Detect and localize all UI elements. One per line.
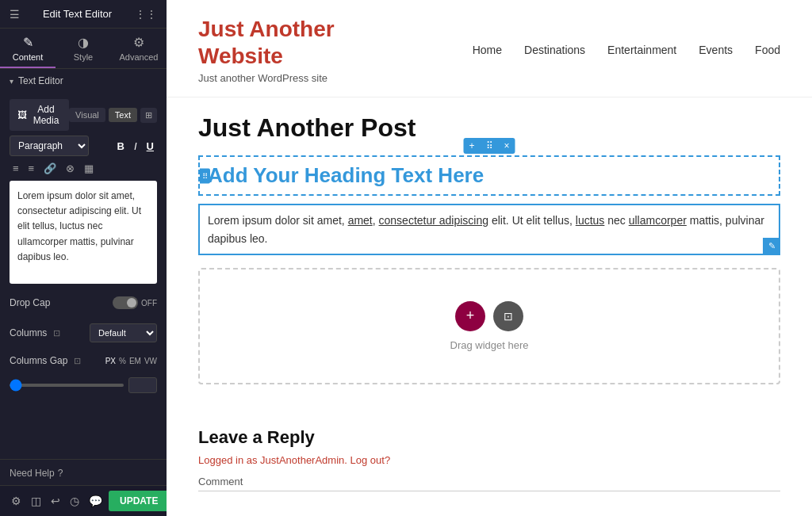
editor-toolbar: 🖼 Add Media Visual Text ⊞ Paragraph B I …: [0, 93, 167, 459]
add-widget-folder-button[interactable]: ⊡: [493, 301, 523, 331]
history-icon[interactable]: ◷: [67, 493, 82, 509]
gap-slider-row: [10, 374, 157, 396]
visual-button[interactable]: Visual: [69, 108, 105, 122]
text-consectetur: consectetur adipiscing: [379, 214, 489, 227]
italic-button[interactable]: I: [131, 139, 140, 154]
add-media-row: 🖼 Add Media Visual Text ⊞: [10, 99, 157, 131]
link-button[interactable]: 🔗: [40, 161, 59, 176]
columns-gap-label: Columns Gap ⊡: [10, 355, 81, 366]
text-luctus: luctus: [576, 214, 605, 227]
bold-button[interactable]: B: [114, 139, 128, 154]
drop-cap-label: Drop Cap: [10, 297, 50, 308]
toggle-knob: [127, 298, 136, 308]
columns-row: Columns ⊡ Default: [10, 319, 157, 347]
site-brand: Just AnotherWebsite Just another WordPre…: [198, 16, 335, 84]
add-media-label: Add Media: [31, 104, 61, 126]
leave-reply-section: Leave a Reply Logged in as JustAnotherAd…: [167, 419, 812, 507]
need-help-label: Need Help: [10, 468, 55, 479]
site-header: Just AnotherWebsite Just another WordPre…: [167, 0, 812, 97]
nav-link-events[interactable]: Events: [699, 44, 733, 56]
nav-link-food[interactable]: Food: [755, 44, 780, 56]
brand-name: Just AnotherWebsite: [198, 16, 335, 69]
text-amet: amet: [348, 214, 373, 227]
heading-widget[interactable]: ⠿ Add Your Heading Text Here: [198, 155, 780, 196]
content-tab-label: Content: [13, 52, 44, 62]
advanced-tab-icon: ⚙: [133, 35, 144, 50]
comment-label: Comment: [198, 476, 780, 487]
tab-advanced[interactable]: ⚙ Advanced: [111, 29, 167, 68]
logged-in-text: Logged in as JustAnotherAdmin. Log out?: [198, 454, 780, 466]
format-row2: ≡ ≡ 🔗 ⊗ ▦: [10, 161, 157, 176]
advanced-tab-label: Advanced: [120, 52, 159, 62]
need-help-row[interactable]: Need Help ?: [0, 459, 167, 485]
text-ullamcorper: ullamcorper: [629, 214, 687, 227]
columns-select[interactable]: Default: [90, 323, 157, 342]
drag-widget-label: Drag widget here: [450, 339, 529, 351]
list-ol-button[interactable]: ≡: [25, 161, 38, 176]
bottom-bar: ⚙ ◫ ↩ ◷ 💬 UPDATE ▲: [0, 485, 167, 516]
gap-input[interactable]: [128, 377, 157, 393]
widget-move-button[interactable]: ⠿: [481, 138, 499, 154]
comment-line: [198, 491, 780, 491]
underline-button[interactable]: U: [144, 139, 157, 154]
gap-unit-percent[interactable]: %: [119, 357, 126, 365]
nav-link-home[interactable]: Home: [473, 44, 502, 56]
hamburger-icon[interactable]: ☰: [10, 8, 20, 21]
help-icon: ?: [58, 468, 63, 479]
text-content-area[interactable]: Lorem ipsum dolor sit amet, consectetur …: [10, 181, 157, 284]
columns-gap-row: Columns Gap ⊡ PX % EM VW: [10, 352, 157, 369]
empty-widget-area: + ⊡ Drag widget here: [198, 268, 780, 384]
content-tab-icon: ✎: [23, 35, 33, 50]
toggle-track[interactable]: [113, 296, 138, 309]
unlink-button[interactable]: ⊗: [63, 161, 78, 176]
grid-icon[interactable]: ⋮⋮: [135, 8, 157, 21]
undo-icon[interactable]: ↩: [48, 493, 63, 509]
nav-link-destinations[interactable]: Destinations: [524, 44, 585, 56]
tabs-row: ✎ Content ◑ Style ⚙ Advanced: [0, 29, 167, 69]
panel-title: Edit Text Editor: [43, 8, 112, 20]
add-widget-plus-button[interactable]: +: [455, 301, 485, 331]
heading-widget-container: + ⠿ × ⠿ Add Your Heading Text Here: [198, 155, 780, 196]
left-panel: ☰ Edit Text Editor ⋮⋮ ✎ Content ◑ Style …: [0, 0, 167, 516]
column-handle-heading[interactable]: ⠿: [200, 168, 210, 183]
update-button[interactable]: UPDATE: [109, 491, 167, 511]
kitchen-sink-button[interactable]: ⊞: [140, 108, 157, 123]
drop-cap-toggle[interactable]: OFF: [113, 296, 157, 309]
section-title-label: Text Editor: [18, 75, 63, 86]
tab-content[interactable]: ✎ Content: [0, 29, 56, 68]
gap-units: PX % EM VW: [105, 357, 157, 365]
drop-cap-row: Drop Cap OFF: [10, 289, 157, 314]
widget-add-button[interactable]: +: [463, 138, 480, 154]
post-area: Just Another Post + ⠿ × ⠿ Add Your Headi…: [167, 97, 812, 419]
tab-style[interactable]: ◑ Style: [56, 29, 111, 68]
section-title[interactable]: ▾ Text Editor: [0, 69, 167, 93]
add-media-button[interactable]: 🖼 Add Media: [10, 99, 69, 131]
brand-tagline: Just another WordPress site: [198, 72, 335, 84]
list-ul-button[interactable]: ≡: [10, 161, 22, 176]
text-widget[interactable]: Lorem ipsum dolor sit amet, amet, consec…: [198, 204, 780, 255]
columns-label: Columns ⊡: [10, 327, 60, 338]
widget-toolbar: + ⠿ ×: [463, 138, 515, 154]
text-button[interactable]: Text: [109, 108, 137, 122]
widget-close-button[interactable]: ×: [499, 138, 515, 154]
drop-cap-state: OFF: [141, 299, 157, 308]
gap-unit-vw[interactable]: VW: [144, 357, 157, 365]
main-content: Just AnotherWebsite Just another WordPre…: [167, 0, 812, 516]
table-button[interactable]: ▦: [81, 161, 97, 176]
panel-header: ☰ Edit Text Editor ⋮⋮: [0, 0, 167, 29]
gap-unit-em[interactable]: EM: [129, 357, 141, 365]
layers-icon[interactable]: ◫: [28, 493, 44, 509]
site-nav: Home Destinations Entertainment Events F…: [473, 44, 780, 56]
style-tab-icon: ◑: [78, 35, 89, 50]
format-buttons: B I U: [114, 139, 157, 154]
style-tab-label: Style: [74, 52, 93, 62]
edit-pencil-button[interactable]: ✎: [763, 238, 780, 255]
gap-unit-px[interactable]: PX: [105, 357, 116, 365]
paragraph-select[interactable]: Paragraph: [10, 136, 89, 156]
settings-bottom-icon[interactable]: ⚙: [8, 493, 25, 509]
comments-icon[interactable]: 💬: [86, 493, 105, 509]
nav-link-entertainment[interactable]: Entertainment: [607, 44, 676, 56]
gap-slider[interactable]: [10, 384, 124, 387]
visual-text-row: Visual Text ⊞: [69, 108, 157, 123]
section-arrow-icon: ▾: [10, 77, 13, 86]
